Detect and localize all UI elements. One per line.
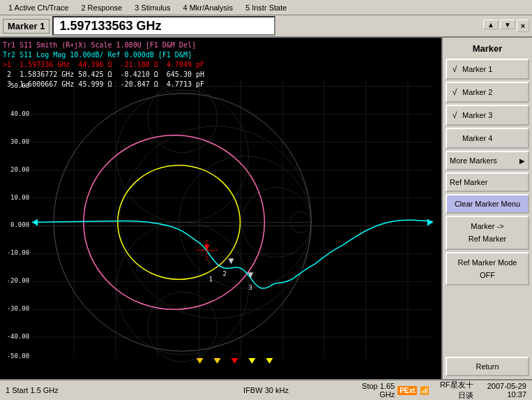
marker1-button[interactable]: √ Marker 1 (446, 59, 529, 80)
svg-text:3: 3 (248, 284, 252, 291)
menu-response[interactable]: 2 Response (75, 2, 128, 13)
more-markers-arrow-icon: ▶ (519, 157, 525, 165)
freq-up-button[interactable]: ▲ (483, 20, 499, 29)
top-menu-bar: 1 Active Ch/Trace 2 Response 3 Stimulus … (0, 0, 532, 15)
marker1-data: >1 1.597336 GHz 44.396 Ω -21.180 Ω 4.704… (3, 60, 204, 70)
status-start: 1 Start 1.5 GHz (6, 386, 179, 394)
datetime-label: 2007-05-29 10:37 (476, 382, 526, 399)
svg-text:-30.00: -30.00 (7, 305, 29, 312)
marker-controls: ▲ ▼ × (483, 20, 529, 32)
sidebar-title: Marker (446, 40, 529, 57)
signal-icon: 📶 (420, 386, 430, 395)
ref-marker-label: Ref Marker (450, 178, 487, 186)
main-area: Tr1 S11 Smith (R+jX) Scale 1.000U [F1 D&… (0, 38, 532, 379)
marker3-check: √ (450, 110, 459, 120)
close-button[interactable]: × (517, 20, 529, 32)
marker2-button[interactable]: √ Marker 2 (446, 82, 529, 103)
chart-info-overlay: Tr1 S11 Smith (R+jX) Scale 1.000U [F1 D&… (3, 40, 204, 89)
svg-text:2: 2 (222, 270, 226, 277)
more-markers-label: More Markers (450, 156, 497, 165)
clear-marker-menu-button[interactable]: Clear Marker Menu (446, 194, 529, 214)
marker4-label: Marker 4 (462, 134, 492, 142)
marker-to-ref-label2: Ref Marker (469, 234, 506, 244)
trace2-label: Tr2 S11 Log Mag 10.00dB/ Ref 0.000dB [F1… (3, 50, 204, 60)
return-button[interactable]: Return (446, 357, 529, 376)
marker3-label: Marker 3 (462, 111, 492, 119)
menu-instr-state[interactable]: 5 Instr State (240, 2, 292, 13)
more-markers-button[interactable]: More Markers ▶ (446, 151, 529, 170)
frequency-display[interactable]: 1.597133563 GHz (52, 16, 275, 36)
marker-label: Marker 1 (3, 19, 50, 34)
marker1-label: Marker 1 (462, 65, 492, 73)
marker-frequency-bar: Marker 1 1.597133563 GHz ▲ ▼ × (0, 15, 532, 38)
trace1-label: Tr1 S11 Smith (R+jX) Scale 1.000U [F1 D&… (3, 40, 204, 50)
marker2-check: √ (450, 87, 459, 97)
menu-active-ch[interactable]: 1 Active Ch/Trace (3, 2, 74, 13)
status-right: Stop 1.65 GHz PExt 📶 RF星友十日谈 2007-05-29 … (353, 380, 526, 400)
menu-stimulus[interactable]: 3 Stimulus (129, 2, 176, 13)
svg-text:1: 1 (209, 276, 213, 283)
chart-area: Tr1 S11 Smith (R+jX) Scale 1.000U [F1 D&… (0, 38, 441, 379)
marker2-data: 2 1.5836772 GHz 58.425 Ω -8.4210 Ω 645.3… (3, 70, 204, 80)
svg-text:30.00: 30.00 (10, 138, 29, 145)
sidebar: Marker √ Marker 1 √ Marker 2 √ Marker 3 … (441, 38, 532, 379)
marker1-check: √ (450, 64, 459, 74)
marker-to-ref-button[interactable]: Marker -> Ref Marker (446, 216, 529, 250)
clear-marker-menu-label: Clear Marker Menu (455, 200, 520, 208)
svg-text:-50.00: -50.00 (7, 353, 29, 360)
marker3-button[interactable]: √ Marker 3 (446, 105, 529, 126)
brand-label: RF星友十日谈 (432, 380, 473, 400)
ref-marker-mode-button[interactable]: Ref Marker Mode OFF (446, 252, 529, 286)
svg-text:10.00: 10.00 (10, 194, 29, 201)
marker-to-ref-label: Marker -> (471, 221, 503, 231)
pext-badge: PExt (397, 386, 417, 395)
marker2-label: Marker 2 (462, 88, 492, 96)
svg-text:40.00: 40.00 (10, 110, 29, 117)
marker4-check (450, 133, 459, 143)
ref-marker-button[interactable]: Ref Marker (446, 172, 529, 192)
stop-label: Stop 1.65 GHz (353, 382, 395, 399)
svg-text:0.000: 0.000 (10, 221, 29, 228)
svg-text:-10.00: -10.00 (7, 249, 29, 256)
status-bar: 1 Start 1.5 GHz IFBW 30 kHz Stop 1.65 GH… (0, 379, 532, 400)
ref-marker-mode-value: OFF (480, 270, 495, 280)
return-label: Return (476, 362, 499, 371)
marker4-button[interactable]: Marker 4 (446, 128, 529, 149)
status-center: IFBW 30 kHz (179, 386, 353, 394)
marker3-data: 3 1.6000667 GHz 45.999 Ω -20.847 Ω 4.771… (3, 80, 204, 89)
freq-down-button[interactable]: ▼ (500, 20, 515, 29)
svg-text:-20.00: -20.00 (7, 277, 29, 284)
menu-mkr-analysis[interactable]: 4 Mkr/Analysis (177, 2, 238, 13)
svg-text:-40.00: -40.00 (7, 333, 29, 340)
svg-text:20.00: 20.00 (10, 166, 29, 173)
ref-marker-mode-label: Ref Marker Mode (458, 258, 517, 267)
marker-data: >1 1.597336 GHz 44.396 Ω -21.180 Ω 4.704… (3, 60, 204, 89)
